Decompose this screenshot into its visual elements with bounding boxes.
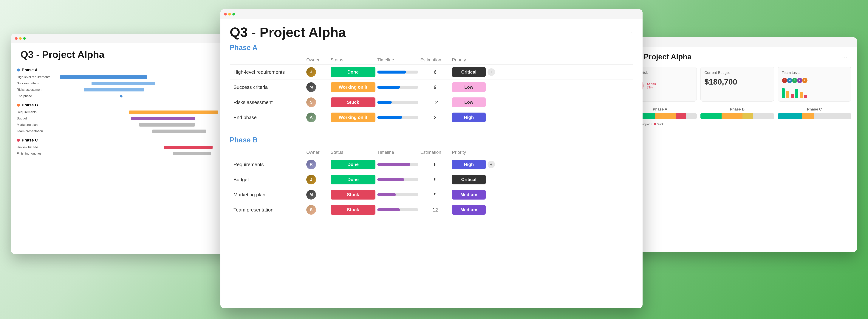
avatar: S [306,205,316,215]
phase-b-section: Phase B Owner Status Timeline Estimation… [230,136,633,217]
phase-a-heading: Phase A [230,44,633,52]
timeline-bar [377,193,418,196]
working-segment [655,113,676,119]
priority-badge[interactable]: High [452,160,486,169]
timeline-bar [377,178,418,181]
col-status-b: Status [331,150,375,155]
timeline-bar [377,86,418,89]
phase-labels: Phase A Phase B Phase C [623,107,851,111]
center-window-header: Q3 - Project Alpha ··· [220,19,643,44]
estimation: 12 [420,207,450,213]
tl-green-left[interactable] [23,37,26,40]
col-priority: Priority [452,57,486,63]
phase-b-bar-section [701,113,774,119]
col-timeline-b: Timeline [377,150,418,155]
timeline-bar [377,101,418,104]
status-badge[interactable]: Done [331,160,375,169]
center-content: Phase A Owner Status Timeline Estimation… [220,44,643,217]
right-more-button[interactable]: ··· [841,54,847,60]
avatar: R [306,160,316,169]
bar [795,89,798,98]
task-name: Success criteria [234,84,305,90]
estimation: 9 [420,177,450,183]
status-badge[interactable]: Working on it [331,113,375,122]
timeline-bar [377,70,418,73]
priority-badge[interactable]: Critical [452,175,486,184]
timeline-bar [377,163,418,166]
col-owner-b: Owner [306,150,329,155]
phase-b-label: Phase B [701,107,774,111]
estimation: 6 [420,69,450,75]
add-column-icon[interactable]: + [488,68,495,76]
left-window-title: Q3 - Project Alpha [21,49,104,60]
bar [791,94,794,98]
phase-b-stacked [701,113,774,119]
working-segment [802,113,814,119]
priority-badge[interactable]: Medium [452,205,486,215]
avatar: A [306,113,316,122]
table-row: Success criteria M Working on it 9 Low [230,79,633,95]
priority-badge[interactable]: High [452,113,486,122]
tl-yellow-left[interactable] [19,37,22,40]
phase-c-label: Phase C [778,107,851,111]
table-row: Requirements R Done 6 High + [230,157,633,172]
avatar: S [306,97,316,107]
tl-red-left[interactable] [15,37,18,40]
table-row: Marketing plan M Stuck 9 Medium [230,187,633,202]
task-name: High-level requirements [234,69,305,75]
priority-badge[interactable]: Medium [452,190,486,199]
status-badge[interactable]: Done [331,67,375,77]
phase-c-dot [17,139,20,142]
tl-green-center[interactable] [232,13,235,15]
estimation: 9 [420,192,450,198]
center-more-button[interactable]: ··· [627,29,633,35]
task-name: Team presentation [234,207,305,213]
center-window: Q3 - Project Alpha ··· Phase A Owner Sta… [220,9,643,308]
priority-badge[interactable]: Critical [452,67,486,77]
status-badge[interactable]: Stuck [331,97,375,107]
table-row: Budget J Done 9 Critical [230,172,633,187]
tl-yellow-center[interactable] [228,13,231,15]
table-row: Risks assessment S Stuck 12 Low [230,95,633,110]
avatar: J [306,67,316,77]
phase-a-section: Phase A Owner Status Timeline Estimation… [230,44,633,125]
priority-badge[interactable]: Low [452,97,486,107]
tl-red-center[interactable] [224,13,227,15]
col-timeline: Timeline [377,57,418,63]
avatar: J [306,175,316,184]
col-status: Status [331,57,375,63]
stuck-segment [676,113,686,119]
bar [786,91,789,98]
phase-c-stacked [778,113,851,119]
status-badge[interactable]: Stuck [331,190,375,199]
team-tasks-card: Team tasks J M S A R [778,67,851,101]
phase-c-bar-section [778,113,851,119]
legend-stuck: Stuck [654,123,663,126]
col-estimation: Estimation [420,57,450,63]
estimation: 12 [420,99,450,105]
bar [804,95,807,98]
right-window: Q3 - Project Alpha ··· Tasks at risk At … [618,37,857,252]
status-badge[interactable]: Stuck [331,205,375,215]
budget-value: $180,700 [704,77,770,87]
other-segment [742,113,753,119]
add-column-icon[interactable]: + [488,161,495,168]
empty-segment [814,113,851,119]
estimation: 2 [420,115,450,120]
bar [800,92,803,98]
done-segment [701,113,721,119]
timeline-bar [377,116,418,119]
avatar-row: J M S A R [782,77,847,84]
at-risk-text: At risk [647,83,656,86]
table-row: High-level requirements J Done 6 Critica… [230,64,633,79]
working-segment [721,113,742,119]
status-badge[interactable]: Done [331,175,375,184]
task-name: Marketing plan [234,192,305,198]
avatar: M [306,82,316,92]
phase-bars-row [623,113,851,119]
priority-badge[interactable]: Low [452,82,486,92]
window-chrome-right [618,37,857,47]
status-badge[interactable]: Working on it [331,82,375,92]
dashboard-top-row: Tasks at risk At risk 33% Current Budget [623,67,851,101]
bar [782,88,785,98]
